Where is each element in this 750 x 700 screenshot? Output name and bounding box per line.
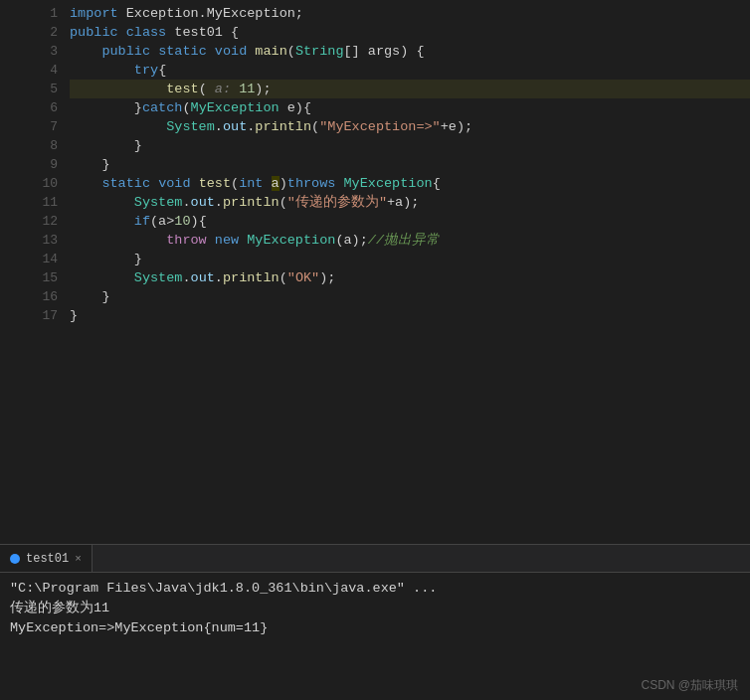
code-line: }: [70, 306, 750, 325]
code-line: public class test01 {: [70, 23, 750, 42]
code-line: }: [70, 287, 750, 306]
code-line: import Exception.MyException;: [70, 4, 750, 23]
code-line: }: [70, 155, 750, 174]
console-output: "C:\Program Files\Java\jdk1.8.0_361\bin\…: [0, 573, 750, 700]
code-line: }: [70, 250, 750, 268]
bottom-panel: test01 × "C:\Program Files\Java\jdk1.8.0…: [0, 544, 750, 700]
code-line: try{: [70, 61, 750, 80]
code-line: System.out.println("MyException=>"+e);: [70, 117, 750, 136]
code-line: System.out.println("传递的参数为"+a);: [70, 193, 750, 212]
code-line: public static void main(String[] args) {: [70, 42, 750, 61]
code-lines: import Exception.MyException;public clas…: [66, 0, 750, 544]
watermark: CSDN @茄味琪琪: [641, 677, 738, 694]
code-line: }: [70, 136, 750, 155]
code-line: static void test(int a)throws MyExceptio…: [70, 174, 750, 193]
editor-area: 1234567891011121314151617 import Excepti…: [0, 0, 750, 544]
line-numbers: 1234567891011121314151617: [30, 0, 66, 544]
code-line: throw new MyException(a);//抛出异常: [70, 231, 750, 250]
code-line: if(a>10){: [70, 212, 750, 231]
console-line: "C:\Program Files\Java\jdk1.8.0_361\bin\…: [10, 579, 740, 599]
tab-close-button[interactable]: ×: [75, 553, 82, 565]
code-line: test( a: 11);: [70, 80, 750, 98]
code-line: }catch(MyException e){: [70, 98, 750, 117]
code-line: System.out.println("OK");: [70, 268, 750, 287]
console-line: 传递的参数为11: [10, 599, 740, 618]
tabs-bar: test01 ×: [0, 545, 750, 573]
tab-label: test01: [26, 552, 69, 566]
run-tab[interactable]: test01 ×: [0, 545, 93, 572]
tab-icon: [10, 554, 20, 564]
code-container: 1234567891011121314151617 import Excepti…: [0, 0, 750, 544]
gutter: [0, 0, 30, 544]
console-line: MyException=>MyException{num=11}: [10, 618, 740, 638]
